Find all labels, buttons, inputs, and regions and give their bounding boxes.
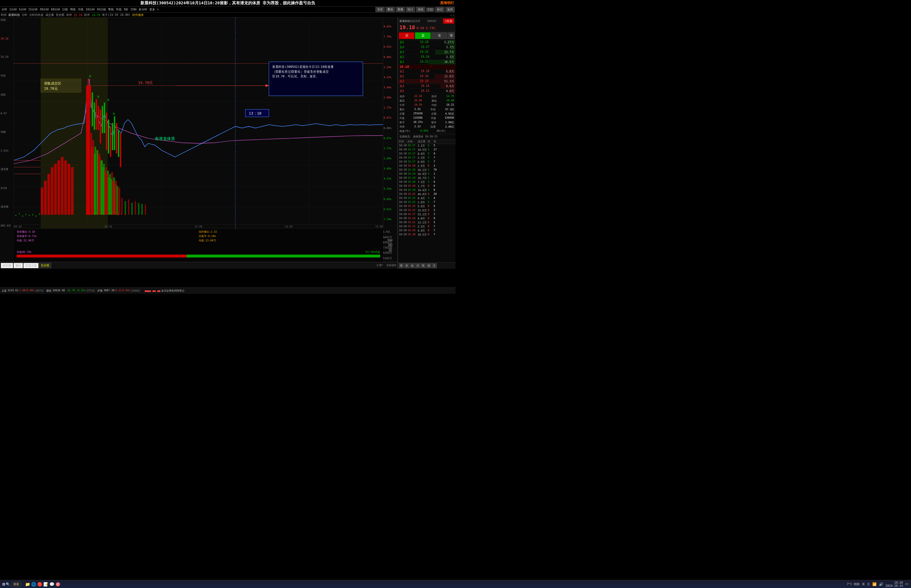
tab-45d[interactable]: 45日线 bbox=[96, 8, 107, 11]
svg-rect-16 bbox=[16, 215, 16, 216]
tr13-price: 19.25 bbox=[408, 192, 417, 196]
sell-button[interactable]: 卖 bbox=[415, 32, 430, 39]
info-right-controls: ◁ ▷ bbox=[450, 14, 455, 16]
tab-10min[interactable]: 10分钟 bbox=[85, 8, 95, 11]
mark-btn[interactable]: 标记 bbox=[435, 7, 445, 12]
trade-row-15: 10:1919.251.0万S7 bbox=[398, 200, 455, 205]
add-to-watchlist-btn[interactable]: +自选 bbox=[443, 18, 454, 24]
query-button[interactable]: 查 bbox=[431, 32, 447, 39]
pct-n5.19: 5.19% bbox=[383, 187, 397, 190]
chart-area[interactable]: 价格 19.16 19.29 均价 张跌 0.67 张幅 3.62% 成交量 4… bbox=[0, 18, 398, 269]
draw-btn[interactable]: 画线 bbox=[416, 7, 425, 12]
tab-ratio[interactable]: 量比 bbox=[14, 263, 23, 268]
btn-notes[interactable]: 客 bbox=[399, 263, 404, 268]
ob-sell3: 卖3 19.25 12.7万 bbox=[398, 50, 455, 55]
btn-daily2[interactable]: 日 bbox=[415, 263, 420, 268]
tr20-num: 5 bbox=[434, 221, 439, 225]
stat-total-vol: 总量 255436 总额 4.91亿 bbox=[400, 112, 454, 116]
tr2-vol: 34.5万 bbox=[417, 148, 428, 152]
tab-vol[interactable]: 成交量 bbox=[1, 263, 13, 268]
btn-link[interactable]: 联 bbox=[421, 263, 426, 268]
tr9-vol: 10.7万 bbox=[417, 176, 428, 180]
tab-15sec[interactable]: 15秒 bbox=[130, 8, 137, 11]
btn-value[interactable]: 值 bbox=[426, 263, 431, 268]
stats-btn[interactable]: 统计 bbox=[406, 7, 415, 12]
candle-12 bbox=[110, 126, 111, 157]
tab-multi[interactable]: 多分时 bbox=[138, 8, 148, 11]
stat-turnover-label: 换手 bbox=[400, 121, 405, 124]
tr1-bs: S bbox=[428, 144, 434, 148]
tr21-bs: B bbox=[428, 225, 434, 229]
tab-5min[interactable]: 5分钟 bbox=[18, 8, 27, 11]
btn-price2[interactable]: 价 bbox=[405, 263, 409, 268]
tr23-num: 7 bbox=[434, 233, 439, 237]
ob-buy2-price: 19.16 bbox=[420, 74, 428, 79]
tab-15min[interactable]: 15分钟 bbox=[28, 8, 38, 11]
tab-compet-chart[interactable]: 竞价图 bbox=[39, 263, 51, 268]
compet-btn[interactable]: 竞价 bbox=[375, 7, 385, 12]
ob-sell1: 卖1 19.21 16.5万 bbox=[398, 60, 455, 65]
pct-0.00: 0.00% bbox=[383, 127, 397, 129]
dense-area-label1: 密集成交区 bbox=[44, 81, 61, 86]
tr15-price: 19.25 bbox=[408, 200, 417, 204]
buy-button[interactable]: 买 bbox=[399, 32, 414, 39]
tr5-vol: 6.9万 bbox=[417, 160, 428, 164]
tr6-bs: B bbox=[428, 164, 434, 168]
inner-bar bbox=[186, 255, 380, 257]
tab-5sec[interactable]: 5秒 bbox=[123, 8, 129, 11]
stat-shares-label: 股本 bbox=[431, 121, 437, 124]
tr8-num: 1 bbox=[434, 172, 439, 176]
tab-30min[interactable]: 30分钟 bbox=[39, 8, 49, 11]
tr17-bs: B bbox=[428, 209, 434, 212]
tab-1min[interactable]: 1分钟 bbox=[9, 8, 17, 11]
svg-rect-17 bbox=[19, 213, 19, 215]
pct-1.73: 1.73% bbox=[383, 106, 397, 109]
minus-btn[interactable]: - bbox=[389, 248, 392, 252]
tr16-price: 19.25 bbox=[408, 205, 417, 208]
ob-sell2-label: 卖2 bbox=[400, 55, 404, 59]
tab-daily[interactable]: 日线 bbox=[61, 8, 68, 11]
svg-rect-21 bbox=[32, 214, 33, 216]
candle-17 bbox=[120, 133, 121, 167]
related-link[interactable]: 关联报价 bbox=[386, 263, 396, 267]
chart-controls: 指标 + - bbox=[383, 228, 398, 262]
vol-small-1 bbox=[121, 198, 123, 215]
tr21-vol: 2.5万 bbox=[417, 225, 428, 229]
info-time: 时间 bbox=[1, 13, 6, 17]
alarm-button[interactable]: 警 bbox=[448, 32, 455, 39]
plus-btn[interactable]: + bbox=[388, 243, 392, 247]
return-btn[interactable]: 返回 bbox=[445, 7, 455, 12]
expand-link[interactable]: 扩展^ bbox=[377, 263, 383, 267]
overlay-btn[interactable]: 叠加 bbox=[386, 7, 395, 12]
stat-turnover-shares: 换手 10.37% 股本 2.99亿 bbox=[400, 120, 454, 125]
trade-row-11: 10:1919.201.7万B6 bbox=[398, 184, 455, 189]
idx-sz-change: -31.76 bbox=[66, 289, 75, 293]
tab-60min[interactable]: 60分钟 bbox=[50, 8, 61, 11]
tr12-num: 8 bbox=[434, 189, 439, 192]
tr21-num: 7 bbox=[434, 225, 439, 229]
f10-btn[interactable]: F10 bbox=[426, 8, 434, 12]
tab-quarter[interactable]: 季线 bbox=[107, 8, 114, 11]
svg-rect-41 bbox=[99, 153, 100, 215]
tab-yearly[interactable]: 年线 bbox=[115, 8, 122, 11]
scatter-marks bbox=[16, 213, 40, 217]
replay-btn[interactable]: 重播 bbox=[396, 7, 405, 12]
btn-subject[interactable]: 主 bbox=[432, 263, 437, 268]
tab-monthly[interactable]: 月线 bbox=[77, 8, 84, 11]
btn-short[interactable]: 短 bbox=[410, 263, 415, 268]
tr13-vol: 40.0万 bbox=[417, 192, 428, 196]
ob-buy2-label: 买2 bbox=[400, 74, 404, 79]
tab-fen-shi[interactable]: 分时 bbox=[1, 8, 8, 11]
tr21-time: 10:20 bbox=[399, 225, 408, 229]
stat-tamount-label: 总额 bbox=[431, 112, 437, 116]
tab-weekly[interactable]: 周线 bbox=[69, 8, 76, 11]
stat-mktcap-val: 57.3亿 bbox=[445, 108, 454, 111]
tab-more[interactable]: 更多 > bbox=[149, 8, 159, 11]
trade-row-8: 10:1919.1816.9万S1 bbox=[398, 172, 455, 176]
tr12-price: 19.18 bbox=[408, 189, 417, 192]
stat-high-label: 最高 bbox=[400, 99, 405, 103]
stat-net-val: 2.13 bbox=[414, 125, 421, 129]
tr9-price: 19.19 bbox=[408, 176, 417, 180]
tab-power[interactable]: 买卖力道 bbox=[23, 263, 39, 268]
candle-label-3: 买 bbox=[107, 99, 110, 101]
